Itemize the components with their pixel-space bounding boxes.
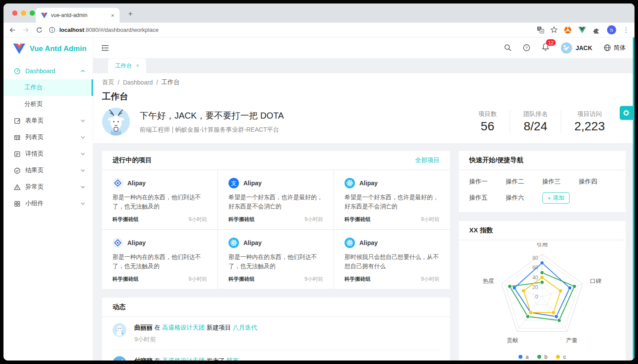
project-name[interactable]: Alipay bbox=[127, 239, 146, 246]
breadcrumb-home[interactable]: 首页 bbox=[102, 78, 114, 86]
stat-label: 团队排名 bbox=[523, 110, 548, 118]
react-logo-icon bbox=[229, 238, 239, 248]
page-tab-workbench[interactable]: 工作台 × bbox=[108, 58, 146, 73]
feed-team-link[interactable]: 高逼格设计天团 bbox=[162, 324, 205, 331]
bookmark-star-icon[interactable] bbox=[550, 26, 558, 34]
feed-user[interactable]: 曲丽丽 bbox=[134, 324, 153, 331]
extensions-puzzle-icon[interactable] bbox=[593, 26, 600, 34]
project-name[interactable]: Alipay bbox=[243, 239, 262, 246]
sidebar-item-detail[interactable]: 详情页 bbox=[3, 146, 93, 162]
project-group-link[interactable]: 科学搬砖组 bbox=[229, 216, 255, 223]
project-group-link[interactable]: 科学搬砖组 bbox=[113, 216, 139, 223]
project-name[interactable]: Alipay bbox=[359, 239, 378, 246]
extension-orange-icon[interactable] bbox=[564, 26, 572, 34]
header-search-button[interactable] bbox=[504, 44, 512, 51]
sidebar-item-widget[interactable]: 小组件 bbox=[3, 195, 93, 212]
breadcrumb-dashboard[interactable]: Dashboard bbox=[123, 79, 153, 86]
forward-icon[interactable] bbox=[22, 27, 30, 34]
minimize-window-button[interactable] bbox=[21, 10, 26, 16]
quicknav-link[interactable]: 操作三 bbox=[542, 178, 579, 186]
back-icon[interactable] bbox=[9, 27, 16, 34]
projects-title: 进行中的项目 bbox=[113, 156, 152, 164]
page-tab-close-icon[interactable]: × bbox=[136, 63, 139, 69]
project-group-link[interactable]: 科学搬砖组 bbox=[345, 216, 371, 223]
vue-favicon-icon bbox=[41, 13, 48, 18]
radar-card: XX 指数 020406080引用口碑产量贡献热度 abc bbox=[459, 221, 626, 361]
header-help-button[interactable]: ? bbox=[523, 44, 530, 51]
add-button[interactable]: +添加 bbox=[542, 192, 570, 204]
feed-team-link[interactable]: 高逼格设计天团 bbox=[162, 357, 205, 361]
feed-target-link[interactable]: 八月迭代 bbox=[233, 324, 257, 331]
close-window-button[interactable] bbox=[12, 10, 17, 16]
project-card[interactable]: Alipay 那是一种内在的东西，他们到达不了，也无法触及的 科学搬砖组9小时前 bbox=[102, 170, 218, 230]
project-card[interactable]: 支 Alipay 希望是一个好东西，也许是最好的，好东西是不会消亡的 科学搬砖组… bbox=[218, 170, 334, 230]
feed-item: 付晓晓 在 高逼格设计天团 发布了 留言 9小时前 bbox=[102, 350, 450, 361]
header-notifications-button[interactable]: 12 bbox=[542, 43, 549, 53]
url-path: :8080/#/dashboard/workplace bbox=[84, 27, 159, 33]
zoom-window-button[interactable] bbox=[30, 10, 35, 16]
project-name[interactable]: Alipay bbox=[359, 180, 378, 187]
browser-window: vue-antd-admin × + localhost:8080/#/dash… bbox=[3, 3, 635, 361]
sidebar-item-dashboard[interactable]: Dashboard bbox=[3, 63, 93, 79]
project-card[interactable]: Alipay 那时候我只会想自己想要什么，从不想自己拥有什么 科学搬砖组9小时前 bbox=[334, 230, 450, 289]
chrome-profile-avatar[interactable]: h bbox=[607, 25, 616, 34]
svg-text:支: 支 bbox=[231, 180, 237, 187]
all-projects-link[interactable]: 全部项目 bbox=[415, 156, 440, 164]
legend-item[interactable]: b bbox=[537, 354, 547, 360]
app-logo-text: Vue Antd Admin bbox=[30, 44, 86, 53]
project-group-link[interactable]: 科学搬砖组 bbox=[113, 276, 139, 283]
reload-icon[interactable] bbox=[36, 27, 43, 34]
project-desc: 希望是一个好东西，也许是最好的，好东西是不会消亡的 bbox=[345, 193, 440, 211]
quicknav-link[interactable]: 操作六 bbox=[506, 194, 542, 202]
globe-icon bbox=[604, 44, 611, 51]
extension-icons: h ⋮ bbox=[564, 25, 629, 34]
quicknav-body: 操作一 操作二 操作三 操作四 操作五 操作六 +添加 bbox=[459, 170, 626, 212]
quicknav-link[interactable]: 操作五 bbox=[469, 194, 506, 202]
new-tab-button[interactable]: + bbox=[125, 8, 136, 20]
page-tab-label: 工作台 bbox=[115, 62, 132, 70]
sidebar-item-result[interactable]: 结果页 bbox=[3, 162, 93, 179]
sidebar-item-analysis[interactable]: 分析页 bbox=[3, 96, 93, 112]
legend-item[interactable]: a bbox=[519, 354, 529, 360]
project-group-link[interactable]: 科学搬砖组 bbox=[345, 276, 371, 283]
quicknav-link[interactable]: 操作四 bbox=[579, 178, 615, 186]
greeting-subtitle: 前端工程师 | 蚂蚁金服-计算服务事业群-REACT平台 bbox=[140, 126, 284, 134]
menu-fold-icon[interactable] bbox=[101, 44, 109, 51]
feed-target-link[interactable]: 留言 bbox=[227, 357, 239, 361]
svg-text:热度: 热度 bbox=[483, 278, 494, 284]
legend-label: b bbox=[544, 354, 547, 360]
project-group-link[interactable]: 科学搬砖组 bbox=[229, 276, 255, 283]
sidebar-item-exception[interactable]: 异常页 bbox=[3, 179, 93, 195]
site-info-icon[interactable] bbox=[49, 27, 55, 33]
header-locale-switch[interactable]: 简体 bbox=[604, 44, 626, 52]
quicknav-link[interactable]: 操作一 bbox=[469, 178, 506, 186]
browser-tab[interactable]: vue-antd-admin × bbox=[36, 8, 119, 23]
stat-projects: 项目数 56 bbox=[465, 110, 510, 133]
project-card[interactable]: Alipay 希望是一个好东西，也许是最好的，好东西是不会消亡的 科学搬砖组9小… bbox=[334, 170, 450, 230]
legend-item[interactable]: c bbox=[556, 354, 566, 360]
project-card[interactable]: Alipay 那是一种内在的东西，他们到达不了，也无法触及的 科学搬砖组9小时前 bbox=[102, 230, 218, 289]
svg-text:80: 80 bbox=[532, 255, 539, 261]
chrome-menu-icon[interactable]: ⋮ bbox=[623, 28, 629, 32]
project-name[interactable]: Alipay bbox=[243, 180, 262, 187]
chart-legend: abc bbox=[459, 354, 626, 360]
quicknav-link[interactable]: 操作二 bbox=[506, 178, 542, 186]
svg-text:引用: 引用 bbox=[536, 243, 548, 248]
vue-devtools-icon[interactable] bbox=[578, 27, 586, 34]
project-name[interactable]: Alipay bbox=[127, 180, 146, 187]
project-card[interactable]: Alipay 那是一种内在的东西，他们到达不了，也无法触及的 科学搬砖组9小时前 bbox=[218, 230, 334, 289]
stat-visits: 项目访问 2,223 bbox=[561, 110, 618, 133]
sidebar-item-list[interactable]: 列表页 bbox=[3, 129, 93, 146]
page-header: 首页 / Dashboard / 工作台 工作台 bbox=[93, 73, 635, 144]
sidebar-item-form[interactable]: 表单页 bbox=[3, 112, 93, 129]
translate-icon[interactable]: 文A bbox=[537, 26, 544, 34]
header-user-menu[interactable]: JACK bbox=[561, 42, 592, 54]
chevron-down-icon bbox=[81, 119, 85, 122]
tab-close-icon[interactable]: × bbox=[111, 12, 114, 19]
sidebar-item-workbench[interactable]: 工作台 bbox=[3, 79, 93, 96]
settings-gear-button[interactable] bbox=[620, 106, 633, 120]
feed-text: 新建项目 bbox=[207, 324, 231, 331]
address-bar[interactable]: localhost:8080/#/dashboard/workplace 文A bbox=[49, 26, 558, 34]
url-text[interactable]: localhost:8080/#/dashboard/workplace bbox=[59, 27, 159, 33]
feed-user[interactable]: 付晓晓 bbox=[134, 357, 153, 361]
